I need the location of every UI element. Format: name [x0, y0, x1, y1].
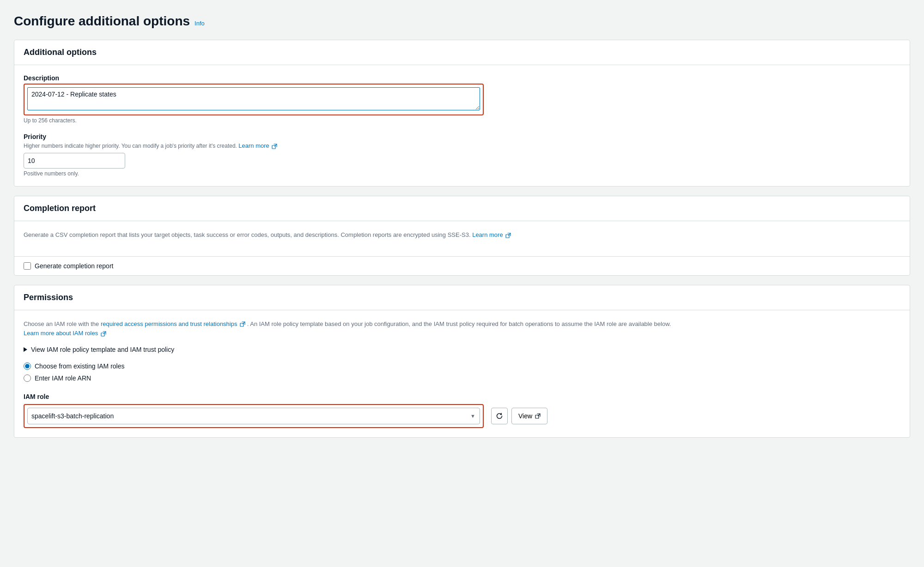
refresh-icon [496, 412, 503, 420]
external-link-icon [272, 144, 277, 149]
iam-role-label: IAM role [24, 393, 900, 400]
iam-role-dropdown[interactable]: spacelift-s3-batch-replication [27, 408, 480, 424]
completion-learn-more-link[interactable]: Learn more [472, 231, 511, 238]
completion-report-title: Completion report [24, 204, 900, 213]
radio-arn-label[interactable]: Enter IAM role ARN [35, 374, 91, 382]
iam-policy-collapsible[interactable]: View IAM role policy template and IAM tr… [24, 346, 900, 353]
page-title: Configure additional options [14, 14, 190, 29]
collapsible-label: View IAM role policy template and IAM tr… [31, 346, 174, 353]
iam-role-select-wrapper: spacelift-s3-batch-replication [27, 408, 480, 424]
priority-hint-text: Higher numbers indicate higher priority.… [24, 143, 237, 149]
radio-arn[interactable] [24, 374, 31, 382]
learn-more-iam-link[interactable]: Learn more about IAM roles [24, 330, 106, 337]
priority-hint: Higher numbers indicate higher priority.… [24, 142, 900, 149]
iam-role-action-buttons: View [491, 408, 547, 424]
iam-role-radio-group: Choose from existing IAM roles Enter IAM… [24, 362, 900, 382]
iam-external-icon [101, 331, 106, 337]
required-access-link[interactable]: required access permissions and trust re… [101, 320, 247, 327]
page-title-area: Configure additional options Info [14, 14, 910, 29]
additional-options-body: Description Up to 256 characters. Priori… [14, 65, 910, 186]
priority-section: Priority Higher numbers indicate higher … [24, 133, 900, 177]
priority-learn-more-link[interactable]: Learn more [238, 142, 277, 149]
permissions-body: Choose an IAM role with the required acc… [14, 310, 910, 438]
iam-role-view-button[interactable]: View [511, 408, 547, 424]
view-button-label: View [518, 412, 532, 420]
additional-options-header: Additional options [14, 40, 910, 65]
description-textarea[interactable] [27, 87, 480, 110]
additional-options-card: Additional options Description Up to 256… [14, 40, 910, 187]
additional-options-title: Additional options [24, 48, 900, 57]
generate-completion-report-label[interactable]: Generate completion report [35, 262, 113, 270]
priority-label: Priority [24, 133, 900, 140]
iam-role-refresh-button[interactable] [491, 408, 508, 424]
permissions-description: Choose an IAM role with the required acc… [24, 320, 900, 339]
generate-completion-report-checkbox[interactable] [24, 262, 31, 270]
completion-report-card: Completion report Generate a CSV complet… [14, 196, 910, 276]
info-link[interactable]: Info [195, 20, 205, 27]
permissions-title: Permissions [24, 293, 900, 302]
permissions-header: Permissions [14, 285, 910, 310]
completion-report-header: Completion report [14, 196, 910, 221]
permissions-external-icon [240, 321, 245, 327]
completion-report-body: Generate a CSV completion report that li… [14, 221, 910, 256]
radio-existing-label[interactable]: Choose from existing IAM roles [35, 362, 125, 370]
generate-completion-report-row: Generate completion report [14, 256, 910, 275]
description-hint: Up to 256 characters. [24, 117, 900, 124]
radio-arn-row[interactable]: Enter IAM role ARN [24, 374, 900, 382]
triangle-right-icon [24, 347, 27, 352]
description-field-group: Description Up to 256 characters. [24, 74, 900, 124]
permissions-card: Permissions Choose an IAM role with the … [14, 285, 910, 438]
iam-role-section: IAM role spacelift-s3-batch-replication [24, 393, 900, 428]
iam-role-wrapper: spacelift-s3-batch-replication [24, 404, 484, 428]
description-wrapper [24, 84, 484, 115]
completion-report-description: Generate a CSV completion report that li… [24, 230, 900, 240]
completion-external-icon [505, 233, 511, 238]
radio-existing[interactable] [24, 362, 31, 370]
description-label: Description [24, 74, 900, 82]
priority-input[interactable] [24, 153, 125, 169]
view-external-icon [535, 413, 541, 419]
radio-existing-row[interactable]: Choose from existing IAM roles [24, 362, 900, 370]
priority-positive-hint: Positive numbers only. [24, 170, 900, 177]
